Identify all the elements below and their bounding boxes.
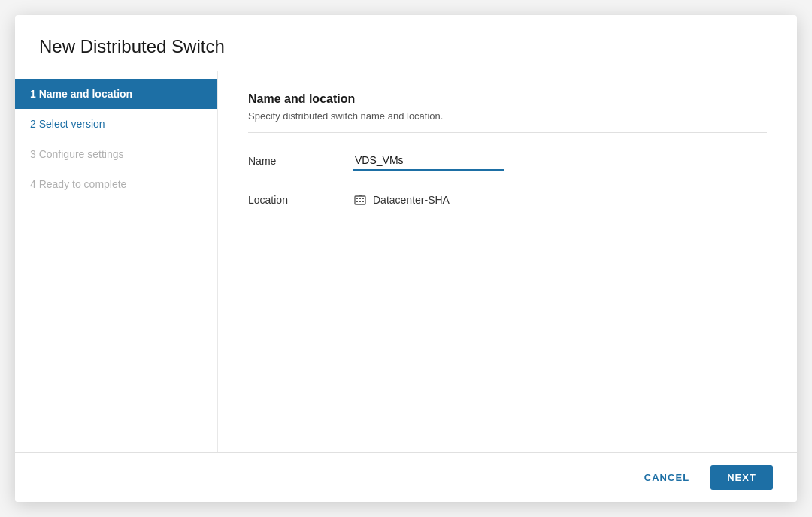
next-button[interactable]: NEXT <box>710 465 773 490</box>
svg-rect-7 <box>359 195 362 196</box>
svg-rect-2 <box>359 198 361 199</box>
svg-rect-3 <box>362 198 364 199</box>
sidebar-item-name-location[interactable]: 1 Name and location <box>15 79 217 109</box>
location-display: Datacenter-SHA <box>353 193 579 207</box>
location-value-wrapper: Datacenter-SHA <box>353 193 579 207</box>
datacenter-icon <box>353 193 367 207</box>
dialog-footer: CANCEL NEXT <box>15 452 797 502</box>
svg-rect-1 <box>356 198 358 199</box>
sidebar-item-label-3: 3 Configure settings <box>30 148 124 160</box>
sidebar-item-label-1: 1 Name and location <box>30 88 132 100</box>
name-input-wrapper <box>353 151 579 171</box>
location-label: Location <box>248 194 353 206</box>
dialog-body: 1 Name and location 2 Select version 3 C… <box>15 71 797 452</box>
sidebar-item-select-version[interactable]: 2 Select version <box>15 109 217 139</box>
svg-rect-5 <box>359 201 361 202</box>
name-field-row: Name <box>248 151 767 171</box>
sidebar-item-label-4: 4 Ready to complete <box>30 178 126 190</box>
location-field-row: Location <box>248 193 767 207</box>
sidebar-item-ready-to-complete: 4 Ready to complete <box>15 169 217 199</box>
svg-rect-0 <box>355 196 365 204</box>
section-divider <box>248 132 767 133</box>
cancel-button[interactable]: CANCEL <box>635 466 698 489</box>
location-text: Datacenter-SHA <box>373 194 450 206</box>
section-subtitle: Specify distributed switch name and loca… <box>248 110 767 122</box>
section-title: Name and location <box>248 92 767 106</box>
svg-rect-4 <box>356 201 358 202</box>
sidebar-item-configure-settings: 3 Configure settings <box>15 139 217 169</box>
new-distributed-switch-dialog: New Distributed Switch 1 Name and locati… <box>15 15 797 502</box>
main-content: Name and location Specify distributed sw… <box>218 71 797 452</box>
datacenter-svg <box>353 193 367 207</box>
name-label: Name <box>248 155 353 167</box>
svg-rect-6 <box>362 201 364 202</box>
name-input[interactable] <box>353 151 504 171</box>
wizard-sidebar: 1 Name and location 2 Select version 3 C… <box>15 71 218 452</box>
dialog-title: New Distributed Switch <box>15 15 797 71</box>
sidebar-item-label-2: 2 Select version <box>30 118 105 130</box>
